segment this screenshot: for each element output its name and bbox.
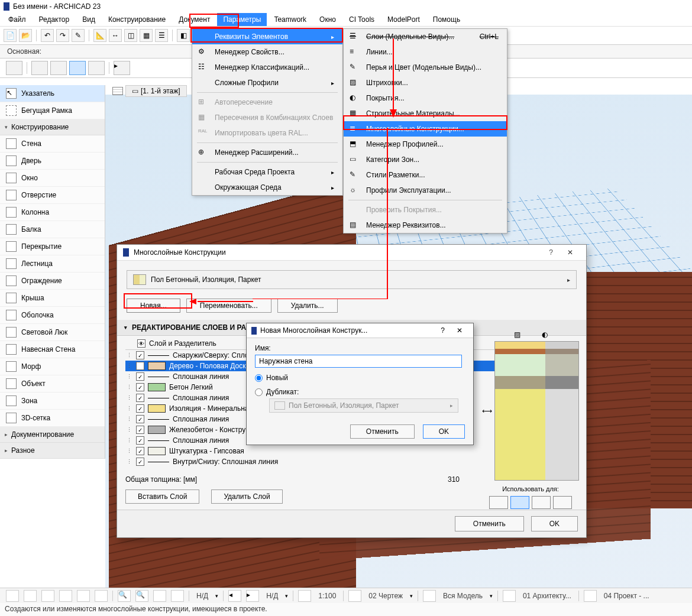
material-swatch[interactable] xyxy=(148,447,166,455)
arrow-icon[interactable]: ▸ xyxy=(114,61,130,75)
menu-teamwork[interactable]: Teamwork xyxy=(268,13,312,26)
checkbox[interactable]: ✓ xyxy=(136,372,144,381)
dropdown-arrow-icon[interactable]: ▾ xyxy=(490,593,493,599)
submenu-surfaces[interactable]: ◐Покрытия... xyxy=(344,90,507,106)
drag-grip-icon[interactable]: ⋮ xyxy=(125,384,132,390)
drag-grip-icon[interactable]: ⋮ xyxy=(125,459,132,465)
menu-citools[interactable]: CI Tools xyxy=(343,13,380,26)
sd-ok-button[interactable]: OK xyxy=(423,424,465,439)
new-icon[interactable]: 📄 xyxy=(4,29,17,42)
menu-document[interactable]: Документ xyxy=(173,13,216,26)
tool-beam[interactable]: Балка xyxy=(0,221,105,238)
name-input[interactable] xyxy=(255,355,462,368)
tool-mesh[interactable]: 3D-сетка xyxy=(0,410,105,427)
nav-next-icon[interactable]: ▸ xyxy=(246,590,259,602)
checkbox[interactable]: ✓ xyxy=(136,447,144,455)
measure-icon[interactable]: 📐 xyxy=(93,29,106,42)
pick-icon[interactable]: ✎ xyxy=(72,29,85,42)
menu-addons[interactable]: ⊕Менеджер Расширений... xyxy=(192,145,342,160)
drag-grip-icon[interactable]: ⋮ xyxy=(125,374,132,380)
tool-marquee[interactable]: Бегущая Рамка xyxy=(0,102,105,119)
radio-dup-input[interactable] xyxy=(255,388,263,396)
nav-icon[interactable] xyxy=(59,590,72,602)
menu-edit[interactable]: Редактор xyxy=(33,13,76,26)
menu-work-env[interactable]: Окружающая Среда▸ xyxy=(192,180,342,195)
checkbox[interactable]: ✓ xyxy=(136,383,144,391)
orbit-icon[interactable] xyxy=(171,590,184,602)
material-swatch[interactable] xyxy=(148,426,166,434)
material-swatch[interactable] xyxy=(148,383,166,391)
drag-grip-icon[interactable]: ⋮ xyxy=(125,395,132,401)
radio-new-input[interactable] xyxy=(255,374,263,382)
selmode-5[interactable] xyxy=(88,61,105,75)
dim-icon[interactable]: ↔ xyxy=(109,29,122,42)
fit-icon[interactable] xyxy=(153,590,166,602)
menu-complex-profiles[interactable]: Сложные Профили▸ xyxy=(192,75,342,90)
menu-options[interactable]: Параметры xyxy=(217,13,267,26)
menu-project-pref[interactable]: Рабочая Среда Проекта▸ xyxy=(192,164,342,180)
tool-object[interactable]: Объект xyxy=(0,375,105,393)
group-design[interactable]: ▾ Конструирование xyxy=(0,119,105,135)
tool-morph[interactable]: Морф xyxy=(0,358,105,375)
insert-layer-button[interactable]: Вставить Слой xyxy=(125,489,199,504)
use-slab-icon[interactable] xyxy=(510,496,529,509)
tool-slab[interactable]: Перекрытие xyxy=(0,238,105,255)
scale-icon[interactable] xyxy=(298,590,311,602)
tool-railing[interactable]: Ограждение xyxy=(0,273,105,290)
selmode-3[interactable] xyxy=(50,61,67,75)
material-swatch[interactable] xyxy=(148,362,166,370)
tool-wall[interactable]: Стена xyxy=(0,135,105,153)
snap-icon[interactable]: ◫ xyxy=(124,29,137,42)
submenu-pens[interactable]: ✎Перья и Цвет (Модельные Виды)... xyxy=(344,60,507,75)
selmode-2[interactable] xyxy=(31,61,48,75)
submenu-lines[interactable]: ≡Линии... xyxy=(344,44,507,60)
selmode-4[interactable] xyxy=(69,61,86,75)
rename-button[interactable]: Переименовать... xyxy=(186,299,271,313)
grid-icon[interactable]: ▦ xyxy=(140,29,153,42)
nav-prev-icon[interactable]: ◂ xyxy=(228,590,241,602)
material-swatch[interactable] xyxy=(148,404,166,413)
menu-help[interactable]: Помощь xyxy=(427,13,466,26)
nav-icon[interactable] xyxy=(41,590,54,602)
tool-door[interactable]: Дверь xyxy=(0,153,105,170)
checkbox[interactable]: ✓ xyxy=(136,458,144,466)
submenu-profiles[interactable]: ⬒Менеджер Профилей... xyxy=(344,137,507,152)
cancel-button[interactable]: Отменить xyxy=(455,516,524,531)
menu-element-attributes[interactable]: Реквизиты Элементов▸ xyxy=(192,29,342,44)
drag-grip-icon[interactable]: ⋮ xyxy=(125,427,132,433)
menu-window[interactable]: Окно xyxy=(313,13,342,26)
tool-pointer[interactable]: ↖ Указатель xyxy=(0,85,105,102)
close-icon[interactable]: ✕ xyxy=(451,326,468,335)
submenu-layers[interactable]: ☰Слои (Модельные Виды)...Ctrl+L xyxy=(344,29,507,44)
tab-floorplan[interactable]: ▭ [1. 1-й этаж] xyxy=(125,85,187,97)
zoom-in-icon[interactable]: 🔍 xyxy=(118,590,131,602)
zoom-out-icon[interactable]: 🔍 xyxy=(135,590,148,602)
nav-icon[interactable] xyxy=(24,590,37,602)
dropdown-arrow-icon[interactable]: ▾ xyxy=(215,593,218,599)
menu-view[interactable]: Вид xyxy=(76,13,101,26)
new-button[interactable]: Новая... xyxy=(127,299,180,313)
menu-property-manager[interactable]: ⚙Менеджер Свойств... xyxy=(192,44,342,60)
model-icon[interactable] xyxy=(423,590,436,602)
drag-grip-icon[interactable]: ⋮ xyxy=(125,437,132,443)
dim-icon[interactable] xyxy=(503,590,516,602)
drag-grip-icon[interactable]: ⋮ xyxy=(125,448,132,454)
nav-icon[interactable] xyxy=(6,590,19,602)
tool-skylight[interactable]: Световой Люк xyxy=(0,324,105,341)
selmode-1[interactable] xyxy=(6,61,22,75)
checkbox[interactable]: ✓ xyxy=(136,415,144,423)
submenu-attrmgr[interactable]: ▤Менеджер Реквизитов... xyxy=(344,218,507,233)
tool-opening[interactable]: Отверстие xyxy=(0,187,105,204)
undo-icon[interactable]: ↶ xyxy=(41,29,54,42)
drag-grip-icon[interactable]: ⋮ xyxy=(125,416,132,422)
checkbox[interactable]: ✓ xyxy=(136,394,144,402)
help-icon[interactable]: ? xyxy=(435,326,451,335)
radio-new[interactable]: Новый xyxy=(255,374,465,382)
dialog-titlebar[interactable]: Многослойные Конструкции ? ✕ xyxy=(117,245,586,261)
use-wall-icon[interactable] xyxy=(489,496,508,509)
dropdown-arrow-icon[interactable]: ▾ xyxy=(285,593,288,599)
submenu-materials[interactable]: ▦Строительные Материалы... xyxy=(344,106,507,121)
checkbox[interactable]: ✓ xyxy=(136,362,144,370)
tool-zone[interactable]: Зона xyxy=(0,393,105,410)
nav-icon[interactable] xyxy=(77,590,90,602)
